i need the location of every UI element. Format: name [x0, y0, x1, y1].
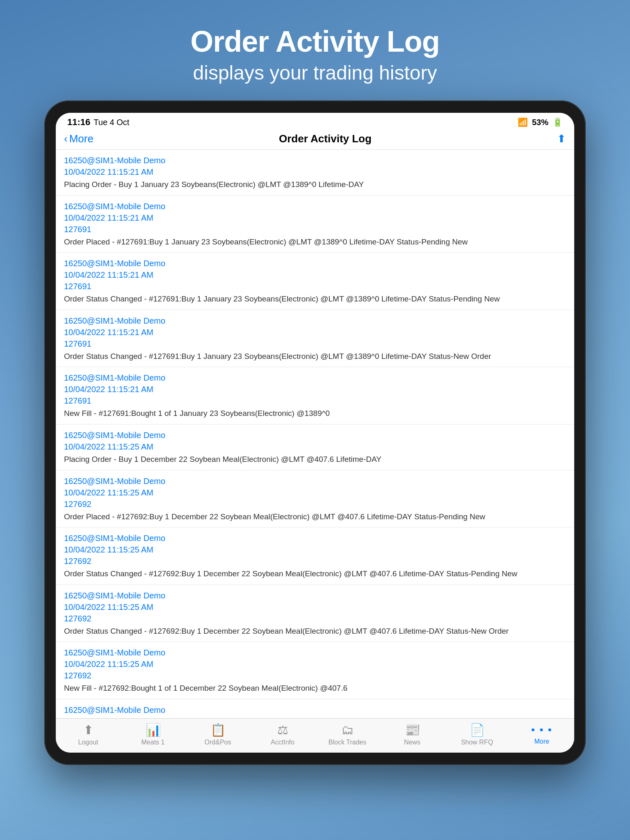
- log-entry-body: Placing Order - Buy 1 January 23 Soybean…: [64, 179, 566, 190]
- device-screen: 11:16 Tue 4 Oct 📶 53% 🔋 ‹ More Order Act…: [56, 113, 574, 753]
- log-entry-header: 16250@SIM1-Mobile Demo10/04/2022 11:15:2…: [64, 258, 566, 292]
- order-id: 127692: [64, 614, 91, 623]
- order-id: 127691: [64, 225, 91, 234]
- log-entry: 16250@SIM1-Mobile Demo10/04/2022 11:15:2…: [56, 425, 574, 470]
- account-name: 16250@SIM1-Mobile Demo: [64, 705, 165, 714]
- battery-level: 53%: [532, 118, 548, 127]
- log-entry: 16250@SIM1-Mobile Demo10/04/2022 11:15:2…: [56, 253, 574, 310]
- more-icon: • • •: [531, 724, 552, 736]
- log-entry: 16250@SIM1-Mobile Demo10/04/2022 11:15:2…: [56, 196, 574, 253]
- order-id: 127691: [64, 282, 91, 291]
- account-name: 16250@SIM1-Mobile Demo: [64, 534, 165, 543]
- log-entry-header: 16250@SIM1-Mobile Demo10/04/2022 11:15:2…: [64, 590, 566, 624]
- status-bar: 11:16 Tue 4 Oct 📶 53% 🔋: [56, 113, 574, 130]
- tab-item-acctinfo[interactable]: ⚖AcctInfo: [260, 723, 305, 746]
- tab-item-showrfq[interactable]: 📄Show RFQ: [454, 723, 500, 746]
- account-name: 16250@SIM1-Mobile Demo: [64, 156, 165, 165]
- back-label: More: [69, 132, 94, 145]
- order-id: 127692: [64, 500, 91, 509]
- back-button[interactable]: ‹ More: [64, 132, 94, 145]
- tab-item-news[interactable]: 📰News: [390, 723, 435, 746]
- acctinfo-icon: ⚖: [277, 723, 288, 737]
- share-icon[interactable]: ⬆: [557, 132, 566, 145]
- logout-label: Logout: [78, 739, 98, 746]
- page-subtitle: displays your trading history: [190, 62, 439, 84]
- entry-date: 10/04/2022 11:15:21 AM: [64, 270, 153, 279]
- tab-item-ordpos[interactable]: 📋Ord&Pos: [195, 723, 240, 746]
- entry-date: 10/04/2022 11:15:25 AM: [64, 488, 153, 497]
- log-entry-body: New Fill - #127691:Bought 1 of 1 January…: [64, 408, 566, 419]
- log-entry-body: Order Placed - #127692:Buy 1 December 22…: [64, 511, 566, 523]
- log-entry: 16250@SIM1-Mobile Demo10/04/2022 11:15:2…: [56, 642, 574, 699]
- tab-item-blocktrades[interactable]: 🗂Block Trades: [325, 723, 370, 746]
- tab-item-logout[interactable]: ⬆Logout: [66, 723, 111, 746]
- news-label: News: [404, 739, 420, 746]
- account-name: 16250@SIM1-Mobile Demo: [64, 259, 165, 268]
- log-entry-header: 16250@SIM1-Mobile Demo10/04/2022 11:15:2…: [64, 429, 566, 452]
- status-date: Tue 4 Oct: [94, 118, 129, 127]
- entry-date: 10/04/2022 11:15:21 AM: [64, 167, 153, 176]
- status-left: 11:16 Tue 4 Oct: [67, 117, 129, 128]
- log-entry: 16250@SIM1-Mobile Demo10/04/2022 11:15:2…: [56, 527, 574, 585]
- account-name: 16250@SIM1-Mobile Demo: [64, 316, 165, 325]
- log-entry: 16250@SIM1-Mobile Demo10/04/2022 11:15:2…: [56, 310, 574, 368]
- page-header: Order Activity Log displays your trading…: [174, 0, 456, 100]
- entry-date: 10/04/2022 11:15:25 AM: [64, 442, 153, 451]
- order-id: 127691: [64, 339, 91, 348]
- wifi-icon: 📶: [518, 117, 528, 127]
- log-entry-header: 16250@SIM1-Mobile Demo10/04/2022 11:15:2…: [64, 475, 566, 510]
- status-time: 11:16: [67, 117, 90, 128]
- entry-date: 10/04/2022 11:15:25 AM: [64, 660, 153, 669]
- entry-date: 10/04/2022 11:15:21 AM: [64, 385, 153, 394]
- account-name: 16250@SIM1-Mobile Demo: [64, 202, 165, 211]
- acctinfo-label: AcctInfo: [271, 739, 294, 746]
- account-name: 16250@SIM1-Mobile Demo: [64, 373, 165, 382]
- log-entry-header: 16250@SIM1-Mobile Demo10/04/2022 11:15:2…: [64, 315, 566, 349]
- account-name: 16250@SIM1-Mobile Demo: [64, 648, 165, 657]
- nav-title: Order Activity Log: [279, 132, 372, 145]
- account-name: 16250@SIM1-Mobile Demo: [64, 431, 165, 440]
- log-entry: 16250@SIM1-Mobile Demo10/04/2022 11:15:2…: [56, 367, 574, 425]
- account-name: 16250@SIM1-Mobile Demo: [64, 477, 165, 486]
- order-id: 127692: [64, 557, 91, 566]
- blocktrades-label: Block Trades: [329, 739, 366, 746]
- news-icon: 📰: [405, 723, 420, 737]
- log-entry-header: 16250@SIM1-Mobile Demo10/04/2022 11:15:2…: [64, 532, 566, 567]
- log-entry-header: 16250@SIM1-Mobile Demo10/04/2022 11:15:2…: [64, 201, 566, 235]
- meats1-label: Meats 1: [142, 739, 165, 746]
- log-entry-body: New Fill - #127692:Bought 1 of 1 Decembe…: [64, 683, 566, 694]
- log-entry-header: 16250@SIM1-Mobile Demo10/04/2022 11:15:2…: [64, 155, 566, 178]
- showrfq-icon: 📄: [470, 723, 485, 737]
- page-main-title: Order Activity Log: [190, 25, 439, 58]
- entry-date: 10/04/2022 11:15:21 AM: [64, 213, 153, 222]
- log-entry-header: 16250@SIM1-Mobile Demo10/04/2022 11:15:2…: [64, 647, 566, 681]
- ordpos-label: Ord&Pos: [205, 739, 231, 746]
- battery-icon: 🔋: [552, 117, 563, 127]
- entry-date: 10/04/2022 11:15:25 AM: [64, 545, 153, 554]
- log-entry-body: Order Status Changed - #127692:Buy 1 Dec…: [64, 626, 566, 637]
- tab-item-more[interactable]: • • •More: [519, 724, 564, 745]
- log-entry-header: 16250@SIM1-Mobile Demo10/04/2022 11:16:0…: [64, 704, 566, 718]
- log-entry-body: Order Status Changed - #127691:Buy 1 Jan…: [64, 351, 566, 362]
- log-entry-body: Order Status Changed - #127692:Buy 1 Dec…: [64, 568, 566, 580]
- log-entry-header: 16250@SIM1-Mobile Demo10/04/2022 11:15:2…: [64, 372, 566, 406]
- nav-bar: ‹ More Order Activity Log ⬆: [56, 130, 574, 150]
- log-entry: 16250@SIM1-Mobile Demo10/04/2022 11:15:2…: [56, 470, 574, 528]
- more-label: More: [534, 738, 549, 745]
- log-entry-body: Placing Order - Buy 1 December 22 Soybea…: [64, 454, 566, 465]
- order-id: 127692: [64, 671, 91, 680]
- order-id: 127691: [64, 396, 91, 405]
- showrfq-label: Show RFQ: [461, 739, 493, 746]
- log-entry-body: Order Placed - #127691:Buy 1 January 23 …: [64, 237, 566, 248]
- entry-date: 10/04/2022 11:15:21 AM: [64, 328, 153, 337]
- tab-item-meats1[interactable]: 📊Meats 1: [130, 723, 176, 746]
- log-entry: 16250@SIM1-Mobile Demo10/04/2022 11:15:2…: [56, 585, 574, 642]
- log-entry: 16250@SIM1-Mobile Demo10/04/2022 11:15:2…: [56, 150, 574, 196]
- ordpos-icon: 📋: [210, 723, 226, 737]
- log-entry-body: Order Status Changed - #127691:Buy 1 Jan…: [64, 294, 566, 305]
- meats1-icon: 📊: [146, 723, 161, 737]
- blocktrades-icon: 🗂: [341, 723, 354, 737]
- status-right: 📶 53% 🔋: [518, 117, 563, 127]
- log-entry: 16250@SIM1-Mobile Demo10/04/2022 11:16:0…: [56, 699, 574, 718]
- chevron-left-icon: ‹: [64, 132, 68, 145]
